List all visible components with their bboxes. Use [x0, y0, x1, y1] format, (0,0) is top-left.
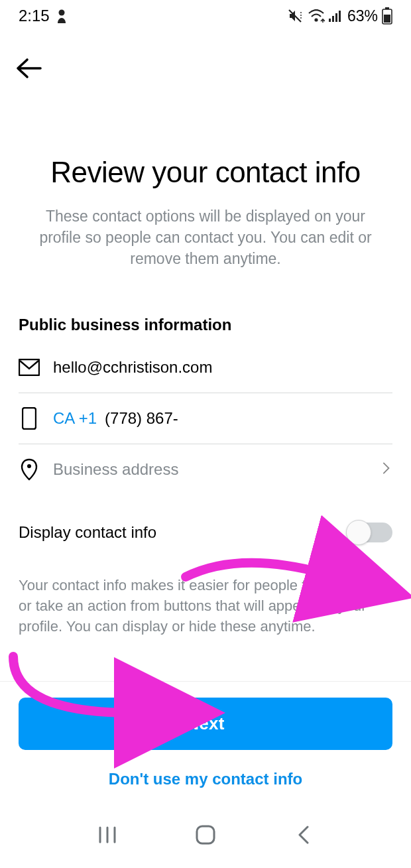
phone-number: (778) 867- [105, 409, 178, 427]
phone-value-group: CA +1(778) 867- [53, 409, 392, 428]
recent-apps-button[interactable] [94, 822, 121, 848]
battery-percentage: 63% [347, 7, 378, 25]
section-label: Public business information [19, 316, 392, 334]
battery-icon [382, 7, 392, 25]
home-button[interactable] [192, 822, 219, 848]
svg-rect-5 [332, 16, 334, 22]
home-icon [195, 824, 216, 845]
next-button[interactable]: Next [19, 698, 392, 750]
svg-point-3 [314, 18, 318, 21]
recent-apps-icon [97, 826, 117, 843]
email-value: hello@cchristison.com [53, 358, 392, 377]
status-left: 2:15 [19, 7, 68, 25]
email-icon [19, 357, 40, 378]
page-subtitle: These contact options will be displayed … [19, 206, 392, 270]
signal-icon [329, 9, 343, 23]
address-placeholder: Business address [53, 460, 367, 479]
svg-point-0 [58, 10, 64, 16]
phone-icon [19, 408, 40, 429]
main-content: Review your contact info These contact o… [0, 155, 411, 637]
svg-rect-17 [197, 826, 214, 843]
mute-vibrate-icon [288, 9, 304, 23]
display-contact-info-text: Your contact info makes it easier for pe… [19, 576, 392, 637]
status-bar: 2:15 63% [0, 0, 411, 28]
app-activity-icon [55, 9, 68, 23]
svg-rect-10 [384, 15, 390, 23]
toggle-thumb [346, 520, 371, 545]
wifi-icon [308, 9, 325, 23]
phone-country-code[interactable]: CA +1 [53, 409, 97, 427]
svg-rect-4 [329, 19, 331, 22]
header [0, 28, 411, 82]
status-right: 63% [288, 7, 392, 25]
address-field-row[interactable]: Business address [19, 444, 392, 495]
page-title: Review your contact info [19, 155, 392, 190]
svg-rect-6 [335, 13, 337, 22]
svg-rect-7 [339, 11, 341, 22]
nav-back-icon [297, 825, 310, 845]
status-time: 2:15 [19, 7, 50, 25]
location-icon [19, 459, 40, 480]
nav-back-button[interactable] [290, 822, 317, 848]
chevron-right-icon [381, 462, 392, 477]
skip-link[interactable]: Don't use my contact info [19, 770, 392, 788]
back-button[interactable] [15, 54, 42, 82]
bottom-action-area: Next Don't use my contact info [0, 681, 411, 868]
back-arrow-icon [15, 57, 42, 80]
display-contact-toggle-row: Display contact info [19, 523, 392, 542]
phone-field-row[interactable]: CA +1(778) 867- [19, 393, 392, 444]
display-contact-toggle[interactable] [347, 523, 392, 542]
display-contact-label: Display contact info [19, 523, 156, 542]
svg-rect-12 [23, 408, 36, 429]
svg-point-13 [27, 464, 31, 468]
email-field-row[interactable]: hello@cchristison.com [19, 342, 392, 393]
android-nav-bar [19, 811, 392, 856]
